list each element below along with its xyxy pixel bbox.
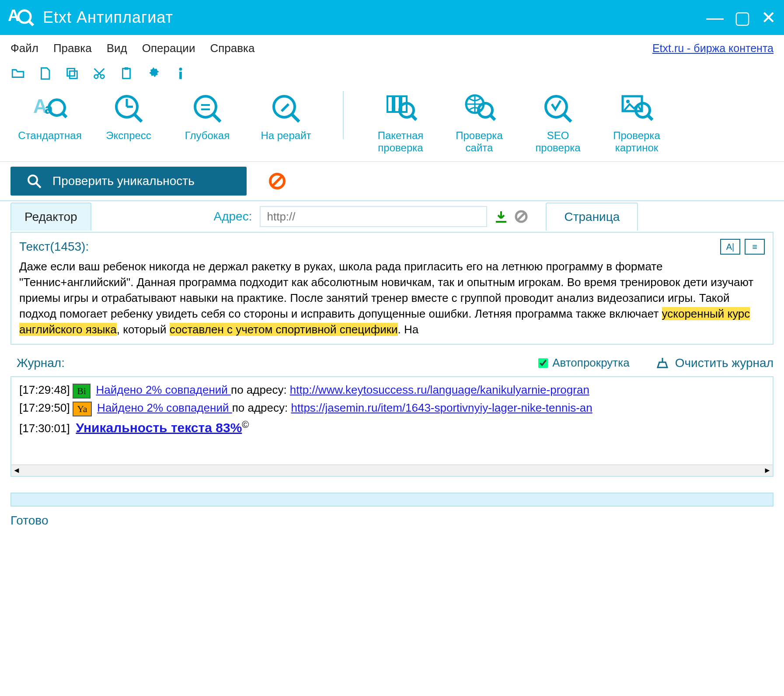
app-logo-icon: A [8, 4, 34, 31]
svg-line-35 [564, 115, 571, 122]
view-list-icon[interactable]: ≡ [745, 239, 765, 255]
broom-icon [656, 357, 669, 370]
svg-rect-11 [179, 72, 182, 79]
mode-rewrite[interactable]: На рерайт [247, 91, 325, 142]
address-input[interactable] [260, 206, 487, 227]
info-icon[interactable] [173, 66, 188, 81]
editor-text[interactable]: Даже если ваш ребенок никогда не держал … [19, 259, 765, 337]
menu-ops[interactable]: Операции [142, 42, 195, 55]
copy-icon[interactable] [65, 66, 80, 81]
gear-icon[interactable] [146, 66, 161, 81]
source-badge-ya: Ya [73, 402, 91, 416]
new-file-icon[interactable] [38, 66, 52, 81]
log-panel: [17:29:48] Bi Найдено 2% совпадений по а… [10, 376, 774, 477]
autoscroll-checkbox[interactable] [538, 358, 548, 368]
log-url[interactable]: https://jasemin.ru/item/1643-sportivnyiy… [291, 401, 592, 414]
log-url[interactable]: http://www.keytosuccess.ru/language/kani… [290, 383, 589, 396]
tab-editor[interactable]: Редактор [10, 203, 91, 231]
uniqueness-result[interactable]: Уникальность текста 83% [76, 420, 242, 434]
mode-deep[interactable]: Глубокая [168, 91, 247, 142]
action-seo-label: SEO проверка [535, 129, 580, 154]
progress-bar [10, 493, 774, 507]
mode-standard[interactable]: Aa Стандартная [10, 91, 89, 142]
svg-rect-4 [67, 69, 75, 76]
etxt-link[interactable]: Etxt.ru - биржа контента [652, 42, 774, 55]
cut-icon[interactable] [92, 66, 107, 81]
text-part1: Даже если ваш ребенок никогда не держал … [19, 260, 753, 320]
svg-line-33 [490, 115, 495, 120]
site-icon [462, 91, 497, 126]
svg-line-19 [135, 115, 142, 122]
stop-icon[interactable] [268, 172, 286, 190]
log-mid: по адресу: [231, 383, 290, 396]
log-found-link[interactable]: Найдено 2% совпадений [96, 383, 231, 396]
cancel-icon[interactable] [514, 210, 528, 224]
menu-file[interactable]: Файл [10, 42, 38, 55]
svg-rect-8 [125, 67, 129, 70]
images-icon [619, 91, 654, 126]
svg-rect-26 [387, 96, 393, 112]
mode-express[interactable]: Экспресс [89, 91, 168, 142]
autoscroll-label: Автопрокрутка [552, 356, 630, 370]
actions-divider [343, 91, 344, 139]
mode-rewrite-label: На рерайт [261, 129, 311, 142]
result-sup: © [242, 419, 249, 430]
seo-icon [540, 91, 575, 126]
highlight-2: составлен с учетом спортивной специфики [170, 323, 398, 336]
download-icon[interactable] [494, 210, 508, 224]
tab-page[interactable]: Страница [546, 203, 638, 231]
scroll-left-icon[interactable]: ◄ [11, 466, 22, 475]
text-part2: , который [117, 323, 170, 336]
address-label: Адрес: [214, 210, 252, 224]
svg-point-1 [18, 10, 31, 23]
svg-point-40 [28, 175, 37, 184]
action-site-label: Проверка сайта [456, 129, 503, 154]
clear-log-label: Очистить журнал [675, 356, 774, 370]
action-images[interactable]: Проверка картинок [597, 91, 676, 154]
deep-icon [190, 91, 225, 126]
log-found-link[interactable]: Найдено 2% совпадений [97, 401, 232, 414]
paste-icon[interactable] [119, 66, 134, 81]
log-line: [17:29:48] Bi Найдено 2% совпадений по а… [19, 383, 765, 399]
open-folder-icon[interactable] [10, 66, 25, 81]
svg-rect-3 [70, 71, 77, 78]
view-text-icon[interactable]: A| [720, 239, 740, 255]
menubar: Файл Правка Вид Операции Справка Etxt.ru… [0, 35, 784, 61]
close-button[interactable]: ✕ [761, 9, 776, 26]
rewrite-icon [268, 91, 303, 126]
batch-icon [383, 91, 418, 126]
maximize-button[interactable]: ▢ [734, 9, 751, 26]
menu-help[interactable]: Справка [210, 42, 254, 55]
menu-edit[interactable]: Правка [53, 42, 92, 55]
check-uniqueness-button[interactable]: Проверить уникальность [10, 167, 247, 196]
mode-deep-label: Глубокая [185, 129, 230, 142]
editor-tabs: Редактор Адрес: Страница [0, 201, 784, 232]
titlebar: A Etxt Антиплагиат — ▢ ✕ [0, 0, 784, 35]
scroll-right-icon[interactable]: ► [762, 466, 773, 475]
clear-log-button[interactable]: Очистить журнал [656, 356, 774, 370]
svg-point-20 [195, 96, 216, 117]
action-site[interactable]: Проверка сайта [440, 91, 519, 154]
svg-rect-7 [123, 69, 130, 79]
check-button-label: Проверить уникальность [52, 174, 195, 188]
log-time: [17:29:48] [19, 383, 70, 396]
autoscroll-toggle[interactable]: Автопрокрутка [538, 356, 630, 370]
svg-line-2 [29, 21, 33, 25]
mode-standard-label: Стандартная [18, 129, 81, 142]
menu-view[interactable]: Вид [107, 42, 127, 55]
minimize-button[interactable]: — [706, 9, 724, 26]
svg-line-25 [292, 115, 299, 122]
search-icon [26, 173, 42, 189]
svg-line-43 [273, 177, 282, 185]
action-batch[interactable]: Пакетная проверка [361, 91, 440, 154]
app-window: A Etxt Антиплагиат — ▢ ✕ Файл Правка Вид… [0, 0, 784, 696]
app-title: Etxt Антиплагиат [43, 8, 173, 27]
log-scrollbar[interactable]: ◄ ► [11, 465, 773, 476]
log-mid: по адресу: [232, 401, 291, 414]
action-seo[interactable]: SEO проверка [519, 91, 597, 154]
svg-line-39 [648, 115, 652, 120]
action-batch-label: Пакетная проверка [378, 129, 424, 154]
log-title: Журнал: [10, 353, 71, 373]
svg-line-30 [411, 115, 416, 120]
check-row: Проверить уникальность [0, 162, 784, 201]
